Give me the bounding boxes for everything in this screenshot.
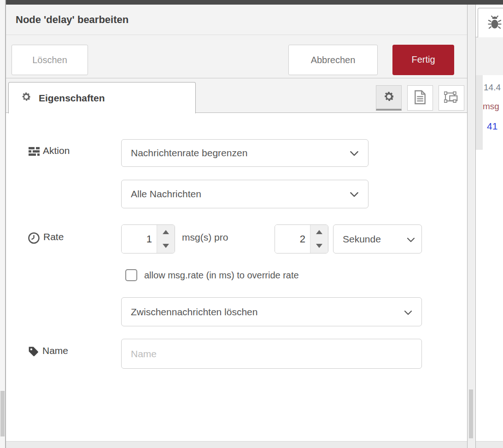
- node-edit-tray: Node 'delay' bearbeiten Löschen Abbreche…: [6, 5, 467, 441]
- triangle-up-icon: [163, 230, 169, 234]
- tab-properties[interactable]: Eigenschaften: [8, 82, 196, 113]
- rate-interval-up-button[interactable]: [310, 225, 328, 239]
- sidebar-resize-handle[interactable]: [467, 5, 476, 448]
- rate-count-up-button[interactable]: [157, 225, 175, 239]
- gear-icon: [21, 91, 32, 105]
- action-select[interactable]: Nachrichtenrate begrenzen: [121, 139, 368, 167]
- appearance-frame-icon: [444, 90, 459, 106]
- debug-message-path: msg: [483, 101, 499, 112]
- gear-icon: [383, 90, 395, 105]
- done-button[interactable]: Fertig: [392, 45, 454, 75]
- chevron-down-icon: [350, 189, 359, 200]
- triangle-down-icon: [316, 244, 322, 248]
- tab-debug[interactable]: [478, 8, 503, 37]
- chevron-down-icon: [404, 307, 412, 318]
- tray-title: Node 'delay' bearbeiten: [6, 5, 467, 35]
- rate-interval-down-button[interactable]: [310, 239, 328, 253]
- scope-select[interactable]: Alle Nachrichten: [121, 180, 368, 208]
- debug-message-payload[interactable]: 41: [487, 121, 497, 132]
- debug-message-timestamp: 14.4: [484, 83, 501, 93]
- triangle-up-icon: [316, 230, 322, 234]
- delete-button[interactable]: Löschen: [12, 45, 88, 75]
- sidebar-scrollbar-thumb[interactable]: [469, 389, 473, 438]
- app-header-bar: [6, 0, 503, 5]
- rate-unit-select-value: Sekunde: [343, 234, 381, 245]
- queue-behaviour-select[interactable]: Zwischennachrichten löschen: [121, 297, 422, 326]
- action-label: Aktion: [43, 145, 70, 156]
- rate-count-input[interactable]: [122, 225, 157, 253]
- properties-section-button[interactable]: [376, 85, 402, 111]
- rate-interval-spinner: [275, 224, 328, 253]
- tab-properties-label: Eigenschaften: [39, 93, 105, 104]
- action-select-value: Nachrichtenrate begrenzen: [131, 147, 247, 159]
- debug-message-gutter: [476, 75, 483, 150]
- clock-icon: [28, 232, 40, 246]
- description-section-button[interactable]: [407, 85, 433, 111]
- debug-sidebar: 14.4 msg 41: [476, 5, 503, 441]
- tasks-icon: [29, 147, 40, 158]
- scope-select-value: Alle Nachrichten: [131, 189, 201, 200]
- rate-override-checkbox[interactable]: [125, 269, 137, 281]
- rate-count-down-button[interactable]: [157, 239, 175, 253]
- rate-count-spinner: [121, 224, 175, 253]
- rate-override-label: allow msg.rate (in ms) to override rate: [144, 270, 299, 281]
- cancel-button[interactable]: Abbrechen: [288, 45, 378, 75]
- chevron-down-icon: [350, 147, 359, 159]
- bug-icon: [488, 15, 502, 31]
- tray-footer: [6, 441, 503, 448]
- debug-toolbar-area: [476, 37, 503, 75]
- tray-tab-bar: Eigenschaften: [6, 78, 467, 113]
- rate-interval-input[interactable]: [275, 225, 310, 253]
- node-properties-form: Aktion Nachrichtenrate begrenzen Alle Na…: [6, 113, 467, 441]
- document-icon: [414, 90, 427, 106]
- workspace-left-edge: [0, 0, 6, 448]
- rate-units-text: msg(s) pro: [182, 232, 228, 243]
- triangle-down-icon: [163, 244, 169, 248]
- tag-icon: [28, 346, 39, 359]
- rate-label: Rate: [43, 231, 64, 242]
- left-scrollbar-thumb[interactable]: [0, 391, 5, 436]
- queue-behaviour-value: Zwischennachrichten löschen: [131, 307, 257, 318]
- name-label: Name: [42, 345, 68, 356]
- appearance-section-button[interactable]: [439, 85, 464, 111]
- chevron-down-icon: [407, 234, 415, 245]
- rate-unit-select[interactable]: Sekunde: [333, 224, 422, 253]
- name-input[interactable]: [121, 339, 422, 369]
- tray-toolbar: Löschen Abbrechen Fertig: [6, 35, 467, 78]
